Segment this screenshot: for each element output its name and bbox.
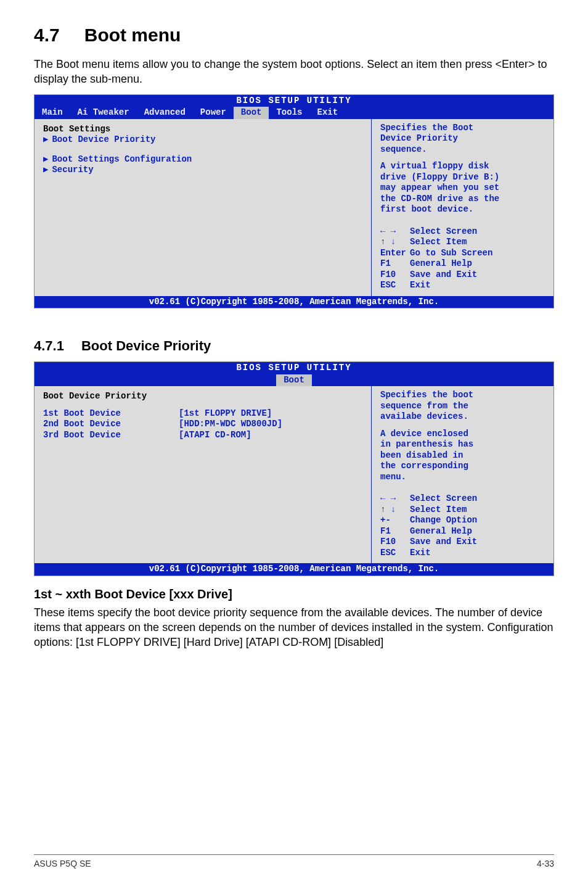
bios-copyright: v02.61 (C)Copyright 1985-2008, American … <box>35 296 553 308</box>
bios-title: BIOS SETUP UTILITY <box>35 362 553 374</box>
tab-ai-tweaker[interactable]: Ai Tweaker <box>70 107 137 119</box>
key-plus-minus: +- <box>380 515 410 526</box>
item-label: Security <box>52 165 93 176</box>
help-line: the corresponding <box>380 461 545 472</box>
tab-power[interactable]: Power <box>193 107 234 119</box>
key-label: Go to Sub Screen <box>410 248 492 258</box>
priority-row-3[interactable]: 3rd Boot Device [ATAPI CD-ROM] <box>43 430 362 441</box>
row-label: 1st Boot Device <box>43 408 179 419</box>
help-line: may appear when you set <box>380 183 545 194</box>
row-value: [HDD:PM-WDC WD800JD] <box>179 419 314 430</box>
arrows-ud-icon: ↑ ↓ <box>380 237 410 248</box>
boot-settings-heading: Boot Settings <box>43 124 362 135</box>
key-label: Select Item <box>410 505 467 514</box>
tab-tools[interactable]: Tools <box>269 107 309 119</box>
tab-advanced[interactable]: Advanced <box>137 107 193 119</box>
bios-help-pane: Specifies the boot sequence from the ava… <box>372 386 553 563</box>
priority-row-2[interactable]: 2nd Boot Device [HDD:PM-WDC WD800JD] <box>43 419 362 430</box>
bios-screenshot-boot-device-priority: BIOS SETUP UTILITY Boot Boot Device Prio… <box>34 361 554 576</box>
page-footer: ASUS P5Q SE 4-33 <box>34 854 554 868</box>
section-number: 4.7 <box>34 25 60 46</box>
key-f1: F1 <box>380 258 410 270</box>
submenu-arrow-icon: ▶ <box>43 165 48 176</box>
key-label: Select Screen <box>410 493 477 503</box>
subsection-number: 4.7.1 <box>34 338 64 354</box>
bios-screenshot-boot-menu: BIOS SETUP UTILITY Main Ai Tweaker Advan… <box>34 94 554 309</box>
section-title: Boot menu <box>84 25 181 46</box>
bios-tab-bar: Boot <box>35 374 553 387</box>
key-label: Change Option <box>410 515 477 525</box>
key-label: Exit <box>410 548 431 558</box>
intro-paragraph: The Boot menu items allow you to change … <box>34 57 554 87</box>
bios-left-pane: Boot Device Priority 1st Boot Device [1s… <box>35 386 372 563</box>
help-line: A device enclosed <box>380 429 545 440</box>
section-heading: 4.7 Boot menu <box>34 25 554 46</box>
footer-right: 4-33 <box>537 859 554 868</box>
help-line: availabe devices. <box>380 411 545 423</box>
tab-exit[interactable]: Exit <box>309 107 345 119</box>
item-label: Boot Device Priority <box>52 134 155 146</box>
help-line: the CD-ROM drive as the <box>380 194 545 205</box>
item-boot-settings-configuration[interactable]: ▶ Boot Settings Configuration <box>43 154 362 165</box>
key-legend: ← →Select Screen ↑ ↓Select Item +-Change… <box>380 493 545 558</box>
key-enter: Enter <box>380 248 410 259</box>
item-label: Boot Settings Configuration <box>52 154 192 165</box>
help-line: sequence from the <box>380 401 545 412</box>
key-esc: ESC <box>380 280 410 291</box>
help-line: Device Priority <box>380 133 545 144</box>
key-f10: F10 <box>380 537 410 548</box>
row-value: [ATAPI CD-ROM] <box>179 430 314 441</box>
key-label: General Help <box>410 526 472 536</box>
help-line: drive (Floppy Drive B:) <box>380 172 545 183</box>
submenu-arrow-icon: ▶ <box>43 134 48 146</box>
subsection-title: Boot Device Priority <box>81 338 211 354</box>
key-legend: ← →Select Screen ↑ ↓Select Item EnterGo … <box>380 226 545 291</box>
submenu-arrow-icon: ▶ <box>43 154 48 165</box>
row-label: 2nd Boot Device <box>43 419 179 430</box>
bios-copyright: v02.61 (C)Copyright 1985-2008, American … <box>35 563 553 576</box>
item-security[interactable]: ▶ Security <box>43 165 362 176</box>
arrows-lr-icon: ← → <box>380 226 410 237</box>
bios-left-pane: Boot Settings ▶ Boot Device Priority ▶ B… <box>35 119 372 296</box>
footer-left: ASUS P5Q SE <box>34 859 91 868</box>
bios-help-pane: Specifies the Boot Device Priority seque… <box>372 119 553 296</box>
tab-boot[interactable]: Boot <box>234 107 269 119</box>
help-line: in parenthesis has <box>380 439 545 450</box>
bios-tab-bar: Main Ai Tweaker Advanced Power Boot Tool… <box>35 107 553 119</box>
help-line: Specifies the Boot <box>380 123 545 134</box>
priority-row-1[interactable]: 1st Boot Device [1st FLOPPY DRIVE] <box>43 408 362 419</box>
row-value: [1st FLOPPY DRIVE] <box>179 408 314 419</box>
item-boot-device-priority[interactable]: ▶ Boot Device Priority <box>43 134 362 146</box>
key-f1: F1 <box>380 526 410 537</box>
row-label: 3rd Boot Device <box>43 430 179 441</box>
key-label: Save and Exit <box>410 270 477 279</box>
help-line: sequence. <box>380 144 545 155</box>
boot-device-priority-heading: Boot Device Priority <box>43 391 362 402</box>
tab-main[interactable]: Main <box>35 107 70 119</box>
arrows-lr-icon: ← → <box>380 493 410 505</box>
tab-boot[interactable]: Boot <box>276 374 312 387</box>
help-line: been disabled in <box>380 450 545 461</box>
config-item-description: These items specify the boot device prio… <box>34 605 554 650</box>
help-line: Specifies the boot <box>380 390 545 401</box>
help-line: first boot device. <box>380 204 545 215</box>
key-label: Select Screen <box>410 226 477 236</box>
key-esc: ESC <box>380 548 410 559</box>
bios-title: BIOS SETUP UTILITY <box>35 95 553 107</box>
key-f10: F10 <box>380 270 410 281</box>
key-label: General Help <box>410 258 472 268</box>
arrows-ud-icon: ↑ ↓ <box>380 505 410 516</box>
help-line: menu. <box>380 472 545 483</box>
key-label: Exit <box>410 280 431 290</box>
key-label: Select Item <box>410 237 467 247</box>
help-line: A virtual floppy disk <box>380 161 545 172</box>
config-item-heading: 1st ~ xxth Boot Device [xxx Drive] <box>34 587 554 601</box>
subsection-heading: 4.7.1 Boot Device Priority <box>34 338 554 354</box>
key-label: Save and Exit <box>410 537 477 547</box>
